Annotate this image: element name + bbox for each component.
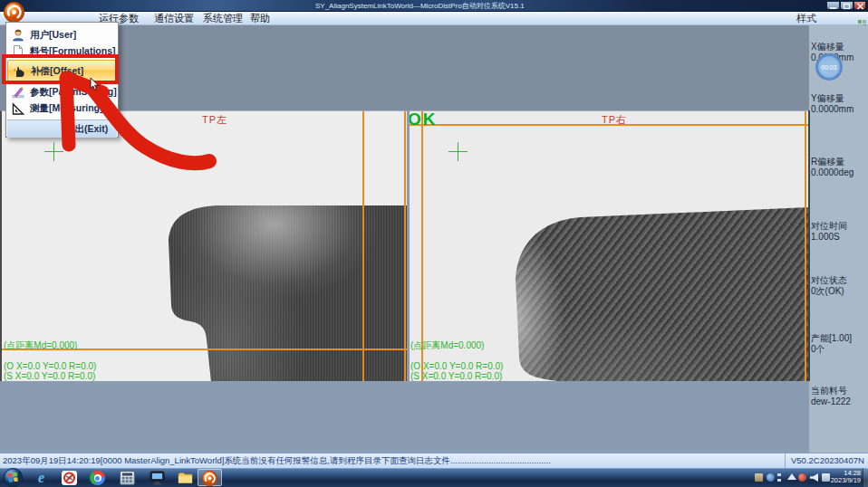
version-label: V50.2C20230407N — [785, 454, 868, 468]
crosshair-icon — [44, 142, 63, 161]
alignment-vline-left1 — [362, 111, 364, 381]
taskbar-active-app-button[interactable] — [198, 469, 222, 486]
title-bar: SY_AliagnSystemLinkToWorld---MicroDistPr… — [0, 0, 868, 12]
tray-recording-icon[interactable] — [798, 473, 806, 482]
tray-dots-icon[interactable] — [777, 473, 781, 482]
right-view-title: TP右 — [602, 113, 627, 127]
menu-help[interactable]: 帮助 — [250, 13, 270, 25]
menu-item-label: 参数[ParamSetting] — [30, 86, 117, 99]
workspace-top-strip — [0, 25, 809, 110]
metric-r-offset: R偏移量 0.0000deg — [811, 157, 867, 178]
taskbar-ie-icon[interactable]: e — [34, 471, 49, 485]
distance-readout: (点距离Md=0.000) — [410, 340, 484, 350]
metric-label: 对位状态 — [811, 275, 867, 286]
pencil-icon — [11, 85, 25, 100]
style-selector[interactable]: 样式 — [796, 13, 816, 25]
metric-align-status: 对位状态 0次(OK) — [811, 275, 867, 297]
offset-s-readout: (S X=0.0 Y=0.0 R=0.0) — [410, 371, 502, 381]
tray-update-icon[interactable] — [767, 473, 775, 482]
minimize-button[interactable] — [826, 1, 840, 10]
metric-value: 0次(OK) — [811, 286, 867, 297]
app-logo-icon — [3, 1, 25, 24]
taskbar-snipping-icon[interactable] — [62, 471, 77, 485]
taskbar-clock[interactable]: 14:28 2023/9/19 — [817, 470, 861, 484]
clock-date: 2023/9/19 — [817, 477, 861, 484]
metric-capacity: 产能[1.00] 0个 — [811, 333, 867, 355]
right-camera-view: OK TP右 (点距离Md=0.000) (O X=0.0 Y=0.0 R=0.… — [410, 110, 808, 381]
left-view-title: TP左 — [202, 113, 227, 127]
menu-system-manage[interactable]: 系统管理 — [203, 13, 243, 25]
menu-item-label: 退出(Exit) — [65, 123, 108, 136]
menu-item-params[interactable]: 参数[ParamSetting] — [7, 84, 117, 100]
menu-item-user[interactable]: 用户[User] — [7, 27, 117, 43]
alignment-vline-right2 — [805, 111, 806, 381]
metric-value: 0个 — [811, 344, 867, 355]
offset-o-readout: (O X=0.0 Y=0.0 R=0.0) — [4, 361, 96, 371]
start-button[interactable] — [3, 467, 24, 487]
user-icon — [11, 28, 25, 43]
metric-label: X偏移量 — [811, 42, 867, 53]
metric-label: Y偏移量 — [811, 93, 867, 104]
recorder-time: 00:03 — [821, 64, 837, 71]
chrome-core — [95, 476, 100, 481]
ok-status-text: OK — [410, 110, 438, 129]
ruler-icon — [11, 101, 25, 116]
menu-item-exit[interactable]: 退出(Exit) — [7, 119, 117, 138]
screen-recorder-badge: 00:03 — [815, 53, 843, 81]
offset-s-readout: (S X=0.0 Y=0.0 R=0.0) — [4, 371, 95, 381]
taskbar-display-icon[interactable] — [149, 471, 165, 485]
tray-show-hidden-icon[interactable] — [787, 473, 796, 480]
taskbar-chrome-icon[interactable] — [90, 471, 105, 485]
metric-label: R偏移量 — [811, 157, 867, 167]
workspace-bottom-strip — [0, 381, 809, 453]
offset-o-readout: (O X=0.0 Y=0.0 R=0.0) — [410, 361, 503, 371]
alignment-vline-left2 — [404, 111, 406, 381]
metric-value: 0.0000mm — [811, 104, 867, 115]
metric-value: 1.000S — [811, 232, 867, 243]
metric-align-time: 对位时间 1.000S — [811, 221, 867, 243]
metric-label: 产能[1.00] — [811, 333, 867, 344]
metric-value: 0.0000deg — [811, 167, 867, 178]
status-bar: 2023年09月19日14:20:19[0000 MasterAlign_Lin… — [0, 453, 868, 468]
distance-readout: (点距离Md=0.000) — [4, 340, 77, 350]
close-button[interactable] — [854, 1, 866, 10]
status-message: 2023年09月19日14:20:19[0000 MasterAlign_Lin… — [3, 454, 551, 468]
crosshair-icon — [448, 142, 468, 161]
taskbar-calculator-icon[interactable] — [120, 471, 135, 485]
taskbar-folder-icon[interactable] — [178, 471, 193, 485]
maximize-button[interactable] — [840, 1, 854, 10]
metric-value: dew-1222 — [811, 396, 867, 407]
menu-comm-settings[interactable]: 通信设置 — [154, 13, 194, 25]
metric-current-part: 当前料号 dew-1222 — [811, 386, 867, 407]
tray-briefcase-icon[interactable] — [755, 473, 763, 482]
metric-label: 对位时间 — [811, 221, 867, 232]
menu-item-label: 用户[User] — [30, 29, 76, 42]
window-title: SY_AliagnSystemLinkToWorld---MicroDistPr… — [315, 1, 525, 11]
annotation-highlight-box — [2, 54, 119, 84]
menu-item-label: 测量[Measuring] — [30, 102, 103, 115]
menu-item-measure[interactable]: 测量[Measuring] — [7, 100, 117, 117]
show-desktop-button[interactable] — [863, 468, 868, 487]
metric-label: 当前料号 — [811, 386, 867, 396]
metric-y-offset: Y偏移量 0.0000mm — [811, 93, 867, 115]
left-camera-view: TP左 (点距离Md=0.000) (O X=0.0 Y=0.0 R=0.0) … — [0, 110, 407, 381]
